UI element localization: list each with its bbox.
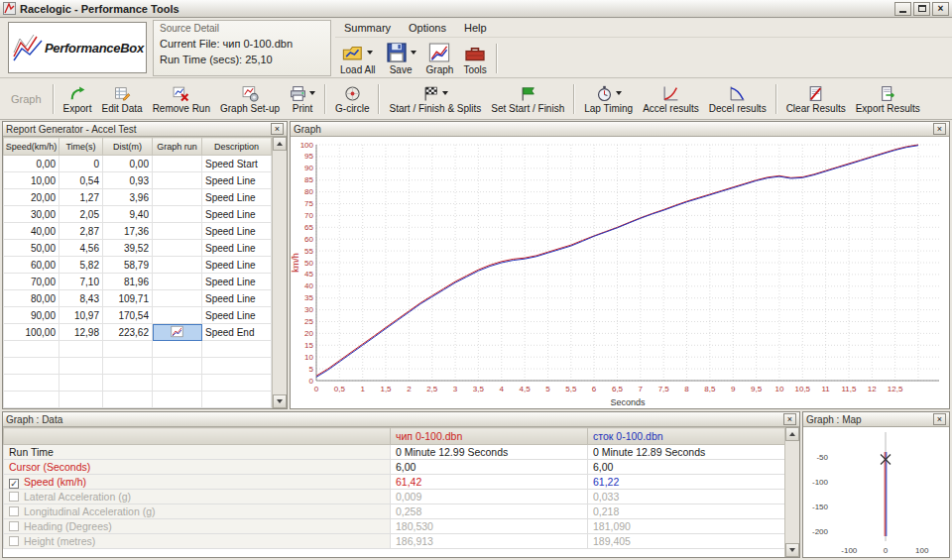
report-column-header[interactable]: Dist(m) (103, 138, 153, 156)
data-scroll-track[interactable] (785, 441, 799, 543)
toolbar-button-tools[interactable]: Tools (459, 41, 490, 76)
value-file2[interactable]: 61,22 (588, 475, 785, 490)
cell-time[interactable]: 1,27 (60, 189, 103, 206)
cell-dist[interactable]: 0,00 (103, 156, 153, 172)
cell-graph-run[interactable] (153, 223, 202, 240)
maximize-button[interactable] (913, 2, 930, 16)
value-file1[interactable]: 0,009 (391, 490, 588, 504)
toolbar-button-clear-results[interactable]: Clear Results (782, 83, 850, 115)
toolbar-button-edit-data[interactable]: Edit Data (97, 83, 146, 115)
cell-graph-run[interactable] (153, 189, 202, 206)
parameter-label[interactable]: Cursor (Seconds) (4, 460, 391, 475)
close-button[interactable] (932, 2, 949, 16)
report-scrollbar[interactable] (272, 137, 287, 408)
data-row-height-metres[interactable]: Height (metres)186,913189,405 (4, 534, 785, 549)
report-scroll-track[interactable] (273, 151, 287, 394)
cell-description[interactable]: Speed Line (202, 189, 272, 206)
cell-graph-run[interactable] (153, 240, 202, 257)
cell-time[interactable]: 2,05 (60, 206, 103, 223)
cell-graph-run[interactable] (153, 156, 202, 172)
dropdown-arrow-icon[interactable] (367, 51, 373, 55)
toolbar-button-decel-results[interactable]: Decel results (705, 83, 771, 115)
toolbar-button-load-all[interactable]: Load All (336, 41, 380, 76)
value-file2[interactable]: 0 Minute 12.89 Seconds (588, 445, 785, 460)
graph-panel-close-button[interactable] (933, 123, 946, 135)
checkbox-unchecked-icon[interactable] (9, 506, 19, 516)
speed-chart-svg[interactable]: 0510152025303540455055606570758085909510… (291, 137, 949, 408)
dropdown-arrow-icon[interactable] (616, 91, 622, 95)
checkbox-unchecked-icon[interactable] (9, 521, 19, 531)
toolbar-button-print[interactable]: Print (286, 83, 319, 115)
report-row[interactable]: 0,0000,00Speed Start (4, 156, 272, 172)
parameter-label[interactable]: Height (metres) (4, 534, 391, 549)
cell-description[interactable]: Speed Line (202, 240, 272, 257)
toolbar-button-remove-run[interactable]: Remove Run (149, 83, 214, 115)
report-row[interactable]: 20,001,273,96Speed Line (4, 189, 272, 206)
data-row-run-time[interactable]: Run Time0 Minute 12.99 Seconds0 Minute 1… (4, 445, 785, 460)
cell-dist[interactable]: 0,93 (103, 172, 153, 189)
value-file1[interactable]: 180,530 (391, 519, 588, 534)
map-panel-close-button[interactable] (933, 413, 946, 425)
cell-speed[interactable]: 100,00 (4, 324, 60, 341)
cell-time[interactable]: 10,97 (60, 307, 103, 324)
cell-description[interactable]: Speed Line (202, 274, 272, 290)
value-file1[interactable]: 0 Minute 12.99 Seconds (391, 445, 588, 460)
dropdown-arrow-icon[interactable] (411, 51, 416, 55)
cell-description[interactable]: Speed Line (202, 206, 272, 223)
value-file2[interactable]: 189,405 (588, 534, 785, 549)
cell-time[interactable]: 4,56 (60, 240, 103, 257)
value-file2[interactable]: 6,00 (588, 460, 785, 475)
cell-dist[interactable]: 170,54 (103, 307, 153, 324)
report-row[interactable]: 30,002,059,40Speed Line (4, 206, 272, 223)
data-row-lateral-acceleration-g[interactable]: Lateral Acceleration (g)0,0090,033 (4, 490, 785, 504)
cell-graph-run[interactable] (153, 257, 202, 274)
cell-time[interactable]: 0,54 (60, 172, 103, 189)
menu-help[interactable]: Help (455, 20, 496, 36)
minimize-button[interactable] (894, 2, 911, 16)
cell-speed[interactable]: 0,00 (4, 156, 60, 172)
value-file1[interactable]: 6,00 (391, 460, 588, 475)
checkbox-unchecked-icon[interactable] (9, 492, 19, 502)
report-column-header[interactable]: Time(s) (60, 138, 103, 156)
report-empty-row[interactable] (4, 341, 272, 358)
data-panel-close-button[interactable] (783, 413, 796, 425)
report-column-header[interactable]: Graph run (153, 138, 202, 156)
cell-dist[interactable]: 3,96 (103, 189, 153, 206)
cell-dist[interactable]: 17,36 (103, 223, 153, 240)
cell-dist[interactable]: 9,40 (103, 206, 153, 223)
checkbox-checked-icon[interactable]: ✓ (9, 479, 19, 489)
data-row-cursor-seconds[interactable]: Cursor (Seconds)6,006,00 (4, 460, 785, 475)
report-column-header[interactable]: Description (202, 138, 272, 156)
toolbar-button-lap-timing[interactable]: Lap Timing (580, 83, 637, 115)
cell-speed[interactable]: 20,00 (4, 189, 60, 206)
report-row[interactable]: 10,000,540,93Speed Line (4, 172, 272, 189)
data-row-speed-km-h[interactable]: ✓Speed (km/h)61,4261,22 (4, 475, 785, 490)
report-row[interactable]: 60,005,8258,79Speed Line (4, 257, 272, 274)
data-row-heading-degrees[interactable]: Heading (Degrees)180,530181,090 (4, 519, 785, 534)
cell-time[interactable]: 2,87 (60, 223, 103, 240)
value-file1[interactable]: 186,913 (391, 534, 588, 549)
menu-options[interactable]: Options (400, 20, 455, 36)
toolbar-button-set-start-finish[interactable]: Set Start / Finish (487, 83, 568, 115)
cell-description[interactable]: Speed Line (202, 307, 272, 324)
cell-speed[interactable]: 90,00 (4, 307, 60, 324)
cell-description[interactable]: Speed Line (202, 223, 272, 240)
cell-speed[interactable]: 60,00 (4, 257, 60, 274)
cell-graph-run[interactable] (153, 206, 202, 223)
cell-dist[interactable]: 81,96 (103, 274, 153, 290)
report-row[interactable]: 100,0012,98223,62Speed End (4, 324, 272, 341)
toolbar-button-accel-results[interactable]: Accel results (639, 83, 703, 115)
cell-description[interactable]: Speed End (202, 324, 272, 341)
cell-time[interactable]: 8,43 (60, 290, 103, 307)
toolbar-button-export-results[interactable]: Export Results (852, 83, 924, 115)
parameter-label[interactable]: Longitudinal Acceleration (g) (4, 504, 391, 519)
cell-time[interactable]: 0 (60, 156, 103, 172)
cell-speed[interactable]: 80,00 (4, 290, 60, 307)
cell-graph-run[interactable] (153, 307, 202, 324)
cell-time[interactable]: 5,82 (60, 257, 103, 274)
parameter-label[interactable]: Lateral Acceleration (g) (4, 490, 391, 504)
report-empty-row[interactable] (4, 358, 272, 375)
value-file2[interactable]: 181,090 (588, 519, 785, 534)
report-row[interactable]: 50,004,5639,52Speed Line (4, 240, 272, 257)
report-column-header[interactable]: Speed(km/h) (4, 138, 60, 156)
